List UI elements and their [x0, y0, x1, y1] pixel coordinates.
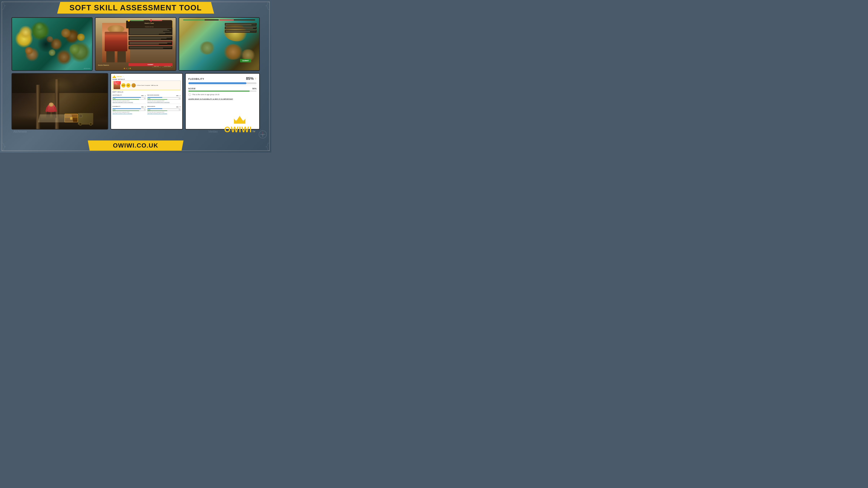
map1-watermark: alchimeia — [84, 68, 90, 69]
top-row: alchimeia Oracle's Tower Character game … — [11, 17, 260, 71]
compass-icon: N — [258, 130, 267, 139]
skill-decision-making: DECISION MAKING 45% ▲ NORM 60% — [147, 93, 181, 103]
svg-point-3 — [269, 150, 270, 151]
flexibility-arrow: ▲ — [145, 106, 146, 107]
svg-point-1 — [269, 1, 270, 2]
time-badge-2: 6/9 — [126, 83, 130, 88]
game-details-box: DATE COMPLETED 22/04/18 15'34" 6/9 1 Tim… — [113, 80, 181, 90]
svg-point-6 — [239, 116, 240, 118]
corner-decoration-tl — [1, 1, 12, 12]
corner-decoration-tr — [259, 1, 270, 12]
player-avatar — [131, 83, 136, 88]
skills-columns: ADAPTABILITY 85% ▲ NORM 80% — [113, 93, 181, 115]
steam-cart — [78, 113, 93, 125]
svg-marker-4 — [113, 75, 116, 78]
expanded-norm-label: NORM — [188, 88, 196, 90]
map2-submit-button[interactable]: SUBMIT — [240, 59, 251, 62]
date-badge: DATE COMPLETED 22/04/18 — [114, 81, 121, 85]
screenshot-map2: SUBMIT — [179, 17, 260, 71]
page-title: SOFT SKILL ASSESSMENT TOOL — [69, 3, 203, 12]
expanded-skill-name: FLEXIBILITY — [188, 78, 204, 80]
adaptability-bar-fill — [113, 97, 141, 98]
expanded-skill-pct: 85% — [246, 76, 254, 81]
corner-decoration-br — [259, 140, 270, 152]
expanded-norm-value: 90% — [252, 88, 256, 90]
expanded-learn-link[interactable]: LEARN WHAT IS FLEXIBILITY & WHY IT IS IM… — [188, 98, 256, 100]
expanded-skill-bar-bg — [188, 82, 256, 84]
adaptability-bar-bg — [113, 97, 146, 98]
info-icon-flexibility: i — [113, 111, 114, 113]
svg-marker-10 — [262, 131, 263, 134]
svg-point-0 — [1, 1, 2, 2]
expanded-norm-bar-bg — [188, 91, 256, 92]
expanded-norm-bar-fill — [188, 91, 250, 92]
expanded-norm-info-row: i This is the norm in age group 18-25 — [188, 93, 256, 96]
adaptability-arrow: ▲ — [145, 95, 146, 96]
info-icon-resilience: i — [147, 111, 149, 113]
decision-learn-link[interactable]: LEARN WHAT IS DECISION MAKING & WHY IT I… — [147, 102, 181, 103]
svg-point-14 — [262, 134, 263, 135]
screenshot-game-dialog: Oracle's Tower Character game age — [95, 17, 176, 71]
svg-point-8 — [243, 120, 244, 121]
skills-left-col: ADAPTABILITY 85% ▲ NORM 80% — [113, 93, 146, 115]
expanded-info-icon: i — [188, 93, 191, 96]
adaptability-learn-link[interactable]: LEARN WHAT IS ADAPTABILITY & WHY IT IS I… — [113, 102, 146, 103]
skill-flexibility-small: FLEXIBILITY 85% ▲ NORM 80% — [113, 105, 146, 114]
soft-skills-title: SOFT SKILLS — [113, 91, 181, 93]
screenshot-map1: alchimeia — [11, 17, 93, 71]
screenshot-report-card: OWIWI ™ GAME DETAILS DATE COMPLETED 22/0… — [111, 73, 183, 130]
report-logo: OWIWI ™ — [113, 75, 181, 78]
skills-right-col: DECISION MAKING 45% ▲ NORM 60% — [147, 93, 181, 115]
skill-resilience: RESILIENCE 45% ▼ NORM 60% — [147, 105, 181, 114]
info-icon-decision: i — [147, 100, 149, 101]
decision-arrow: ▲ — [179, 95, 181, 96]
svg-point-7 — [236, 120, 237, 121]
owiwi-logo-area: OWIWI TM — [221, 112, 259, 137]
resilience-learn-link[interactable]: LEARN WHAT IS RESILIENCE & WHY IT IS IMP… — [147, 113, 181, 114]
game-details-title: GAME DETAILS — [113, 79, 181, 80]
dialog-title: Oracle's Tower — [145, 23, 154, 24]
website-url: OWIWI.CO.UK — [103, 142, 168, 149]
svg-point-2 — [1, 150, 2, 151]
svg-marker-11 — [262, 134, 263, 138]
dialog-character — [102, 23, 130, 62]
owiwi-crown-icon — [234, 116, 245, 124]
svg-text:N: N — [262, 130, 263, 131]
bottom-banner: OWIWI.CO.UK — [88, 140, 184, 151]
expanded-skill-bar-fill — [188, 82, 246, 84]
owiwi-brand-text: OWIWI — [224, 125, 252, 134]
info-icon-adaptability: i — [113, 100, 114, 101]
skill-adaptability: ADAPTABILITY 85% ▲ NORM 80% — [113, 93, 146, 103]
stats-text: 1 Times Game Completed 145 Days idle — [137, 85, 180, 86]
screenshot-dungeon — [11, 73, 108, 130]
top-banner: SOFT SKILL ASSESSMENT TOOL — [57, 2, 214, 13]
svg-marker-12 — [259, 134, 263, 135]
expanded-norm-info-text: This is the norm in age group 18-25 — [192, 94, 219, 96]
expanded-norm-header: NORM 90% — [188, 88, 256, 90]
expanded-skill-header: FLEXIBILITY 85% ↑ — [188, 76, 256, 81]
time-badges: 15'34" 6/9 — [121, 83, 130, 88]
svg-marker-13 — [263, 134, 266, 135]
owiwi-tm: TM — [252, 131, 255, 133]
expanded-skill-arrow: ↑ — [255, 77, 256, 81]
corner-decoration-bl — [1, 140, 12, 152]
flexibility-learn-link[interactable]: LEARN WHAT IS FLEXIBILITY & WHY IT IS IM… — [113, 113, 146, 114]
owiwi-logo-small — [113, 75, 116, 78]
resilience-arrow: ▼ — [179, 106, 181, 107]
character-name: Doctor Ramero — [98, 64, 109, 66]
dialog-submit-button[interactable]: SUBMIT — [128, 63, 173, 66]
report-logo-text: OWIWI — [117, 76, 122, 77]
time-badge-1: 15'34" — [121, 83, 126, 88]
